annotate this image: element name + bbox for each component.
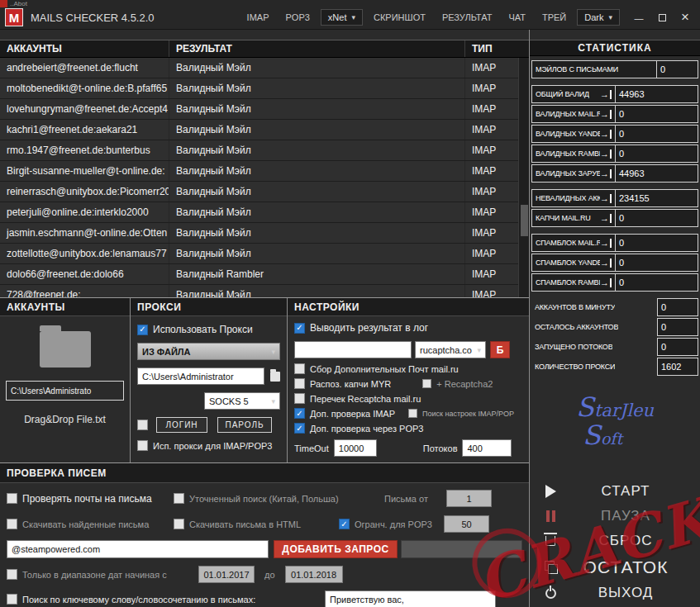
imap-settings-search-checkbox[interactable]	[408, 409, 417, 418]
timeout-label: TimeOut	[294, 443, 329, 453]
theme-dropdown[interactable]: Dark	[577, 9, 620, 26]
letters-from-input[interactable]	[446, 490, 492, 507]
timeout-input[interactable]	[334, 439, 377, 457]
reset-button[interactable]: СБРОС	[530, 529, 700, 553]
export-arrow-icon[interactable]	[600, 90, 612, 99]
table-row[interactable]: reinerrasch@unitybox.de:Picomerr20 Валид…	[0, 182, 518, 202]
check-mail-checkbox[interactable]	[7, 493, 17, 504]
column-header-accounts[interactable]: АККАУНТЫ	[0, 40, 169, 57]
browse-folder-icon[interactable]	[270, 372, 280, 382]
keyword-search-checkbox[interactable]	[7, 594, 17, 605]
menu-pop3[interactable]: POP3	[278, 9, 318, 26]
threads-input[interactable]	[462, 439, 512, 457]
recognize-captcha-checkbox[interactable]	[294, 378, 305, 389]
refined-search-checkbox[interactable]	[174, 493, 184, 504]
chevron-down-icon	[271, 397, 275, 405]
stat-value: 0	[657, 60, 698, 78]
table-row[interactable]: jasmin.eschmann@t-online.de:Otten Валидн…	[0, 223, 518, 244]
export-arrow-icon[interactable]	[600, 239, 612, 248]
export-arrow-icon[interactable]	[600, 194, 612, 203]
mail-check-panel: ПРОВЕРКА ПИСЕМ Проверять почты на письма…	[0, 462, 529, 607]
use-proxy-label: Использовать Прокси	[153, 324, 253, 335]
menu-tray[interactable]: ТРЕЙ	[534, 9, 574, 26]
export-arrow-icon[interactable]	[600, 278, 612, 287]
stat-label: МЭЙЛОВ С ПИСЬМАМИ	[536, 65, 618, 74]
stat-label: ВАЛИДНЫХ ЗАРУБЕЖНЫХ	[536, 169, 600, 178]
table-row[interactable]: kachri1@freenet.de:aekara21 Валидный Мэй…	[0, 120, 518, 140]
use-proxy-checkbox[interactable]	[137, 325, 148, 335]
menu-imap[interactable]: IMAP	[239, 9, 278, 26]
keyword-input[interactable]	[325, 590, 496, 607]
menu-result[interactable]: РЕЗУЛЬТАТ	[434, 9, 500, 26]
export-arrow-icon[interactable]	[600, 169, 612, 178]
proxy-file-input[interactable]	[137, 368, 264, 385]
export-arrow-icon[interactable]	[600, 258, 612, 268]
log-output-checkbox[interactable]	[294, 323, 305, 334]
settings-panel-title: НАСТРОЙКИ	[288, 298, 529, 316]
close-button[interactable]	[674, 7, 697, 27]
table-row[interactable]: dolo66@freenet.de:dolo66 Валидный Ramble…	[0, 264, 518, 285]
export-arrow-icon[interactable]	[600, 149, 612, 159]
imap-check-checkbox[interactable]	[294, 408, 305, 419]
column-header-type[interactable]: ТИП	[465, 40, 529, 57]
stat-label: ВАЛИДНЫХ MAIL.RU	[536, 110, 600, 118]
table-row[interactable]: Birgit-susanne-mueller@t-online.de: Вали…	[0, 161, 518, 182]
download-html-checkbox[interactable]	[174, 519, 184, 529]
table-row[interactable]: rmo.1947@freenet.de:bunterbus Валидный М…	[0, 140, 518, 161]
stat-label-box: АККАУНТОВ В МИНУТУ	[531, 298, 657, 316]
proxy-for-imap-pop3-label: Исп. прокси для IMAP/POP3	[153, 441, 272, 451]
collect-extra-mail-checkbox[interactable]	[294, 363, 305, 374]
exit-button[interactable]: ВЫХОД	[530, 581, 700, 605]
stat-label: НЕВАЛИДНЫХ АККАУНТОВ	[536, 194, 600, 202]
export-arrow-icon[interactable]	[600, 214, 612, 223]
login-button[interactable]: ЛОГИН	[156, 417, 207, 433]
results-table: АККАУНТЫ РЕЗУЛЬТАТ ТИП andrebeiert@freen…	[0, 40, 529, 297]
table-scrollbar[interactable]	[518, 58, 529, 297]
keyword-search-label: Поиск по ключевому слову/словосочетанию …	[22, 595, 255, 605]
proxy-type-dropdown[interactable]: SOCKS 5	[204, 392, 280, 410]
intercept-recaptcha-checkbox[interactable]	[294, 393, 305, 404]
export-arrow-icon[interactable]	[600, 130, 612, 139]
table-row[interactable]: moltobenedikt@t-online.de:B.pfaff65 Вали…	[0, 78, 518, 99]
proxy-source-dropdown[interactable]: ИЗ ФАЙЛА	[137, 343, 280, 360]
statistics-title: СТАТИСТИКА	[530, 40, 700, 56]
balance-button[interactable]: Б	[490, 341, 510, 358]
query-input[interactable]	[7, 540, 269, 558]
rest-button[interactable]: ОСТАТОК	[530, 553, 700, 581]
date-from-input[interactable]	[198, 566, 255, 583]
pop3-check-checkbox[interactable]	[294, 423, 305, 434]
folder-icon[interactable]	[40, 331, 91, 368]
table-row[interactable]: andrebeiert@freenet.de:flucht Валидный М…	[0, 58, 518, 78]
minimize-button[interactable]	[627, 7, 650, 27]
stat-label-box: СПАМБЛОК YANDEX.RU	[531, 254, 616, 272]
table-row[interactable]: zottellotte@unitybox.de:lenamaus77 Валид…	[0, 244, 518, 264]
table-row[interactable]: lovehungryman@freenet.de:Accept4 Валидны…	[0, 99, 518, 120]
menu-screenshot[interactable]: СКРИНШОТ	[365, 9, 434, 26]
start-button[interactable]: СТАРТ	[530, 479, 700, 504]
captcha-service-dropdown[interactable]: rucaptcha.co	[415, 341, 486, 358]
column-header-result[interactable]: РЕЗУЛЬТАТ	[169, 40, 465, 57]
password-button[interactable]: ПАРОЛЬ	[217, 417, 272, 433]
cell-account: reinerrasch@unitybox.de:Picomerr20	[0, 182, 169, 202]
proxy-for-imap-pop3-checkbox[interactable]	[137, 440, 148, 451]
menu-xnet-dropdown[interactable]: xNet	[321, 9, 363, 26]
pop3-limit-checkbox[interactable]	[339, 519, 350, 529]
date-to-input[interactable]	[285, 566, 343, 583]
pause-button[interactable]: ПАУЗА	[530, 504, 700, 529]
export-arrow-icon[interactable]	[600, 110, 612, 119]
proxy-auth-checkbox[interactable]	[137, 420, 148, 430]
scrollbar-thumb[interactable]	[521, 205, 528, 236]
recaptcha2-checkbox[interactable]	[422, 379, 431, 388]
table-row[interactable]: 728@freenet.de: Валидный Мэйл IMAP	[0, 285, 518, 297]
maximize-button[interactable]	[650, 7, 674, 27]
table-row[interactable]: peterjuli@online.de:interklo2000 Валидны…	[0, 202, 518, 223]
cell-account: kachri1@freenet.de:aekara21	[0, 120, 169, 140]
captcha-key-input[interactable]	[294, 341, 412, 358]
add-query-button[interactable]: ДОБАВИТЬ ЗАПРОС	[274, 540, 398, 558]
date-range-checkbox[interactable]	[7, 569, 17, 580]
menu-chat[interactable]: ЧАТ	[500, 9, 534, 26]
pop3-limit-input[interactable]	[444, 515, 489, 533]
theme-label: Dark	[584, 12, 603, 22]
download-found-checkbox[interactable]	[7, 519, 17, 529]
accounts-file-path[interactable]: C:\Users\Administrato	[6, 381, 124, 401]
